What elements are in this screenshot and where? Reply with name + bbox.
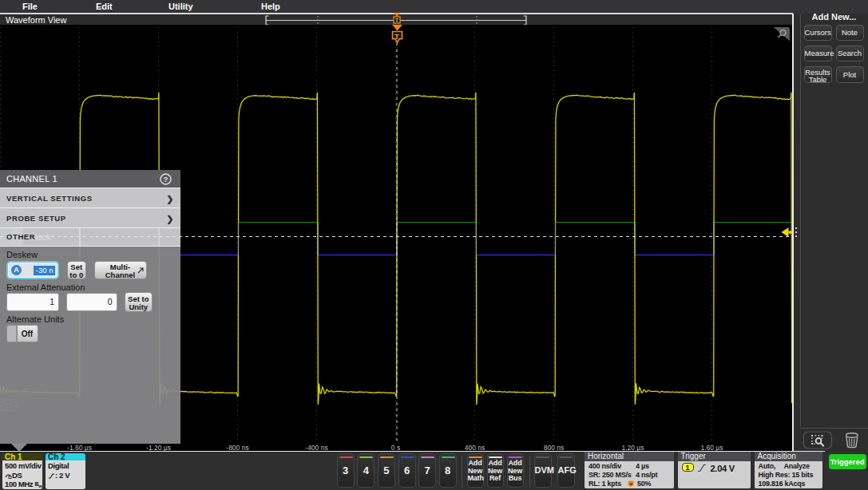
svg-text:1.60 µs: 1.60 µs [700,444,723,452]
svg-text:800 ns: 800 ns [544,444,565,452]
svg-text:-1.20 µs: -1.20 µs [146,444,171,452]
svg-text:-1.60 µs: -1.60 µs [67,444,92,452]
svg-text:400 ns: 400 ns [465,444,486,452]
svg-text:?: ? [163,175,168,184]
svg-text:-800 ns: -800 ns [226,444,248,452]
svg-text:0 s: 0 s [391,444,400,452]
svg-text:-400 ns: -400 ns [305,444,327,452]
svg-text:1.20 µs: 1.20 µs [621,444,644,452]
svg-text:u: u [629,481,632,486]
svg-text:T: T [395,18,399,23]
svg-text:T: T [394,32,399,41]
